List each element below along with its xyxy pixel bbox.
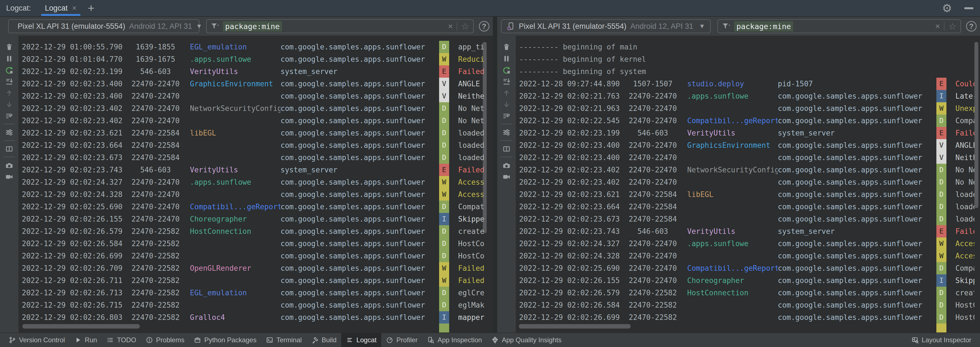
- log-row[interactable]: 2022-12-29 02:02:25.69022470-22470Compat…: [516, 262, 974, 274]
- log-row[interactable]: 2022-12-29 02:02:23.40022470-22470com.go…: [19, 90, 488, 102]
- log-row[interactable]: 2022-12-29 02:02:26.69922470-22582com.go…: [516, 311, 974, 323]
- scroll-to-end-icon[interactable]: [500, 76, 513, 87]
- log-row[interactable]: 2022-12-29 02:02:26.70922470-22582OpenGL…: [19, 262, 488, 274]
- restart-logcat-icon[interactable]: [500, 64, 513, 76]
- clear-filter-icon[interactable]: ×: [935, 22, 940, 30]
- log-row[interactable]: --------- beginning of kernel: [516, 53, 974, 65]
- log-row[interactable]: 2022-12-29 01:00:55.7901639-1855EGL_emul…: [19, 41, 488, 53]
- logcat-filter-input[interactable]: package:mine × ☆: [206, 19, 474, 33]
- log-row[interactable]: 2022-12-29 02:02:24.32722470-22470.apps.…: [516, 238, 974, 250]
- close-tab-icon[interactable]: ×: [72, 4, 76, 12]
- log-row[interactable]: 2022-12-29 02:02:26.15522470-22470Choreo…: [19, 213, 488, 225]
- statusbar-item-python-packages[interactable]: Python Packages: [189, 333, 261, 347]
- horizontal-scrollbar[interactable]: [519, 324, 631, 328]
- split-panels-icon[interactable]: [500, 143, 513, 155]
- statusbar-item-problems[interactable]: Problems: [141, 333, 189, 347]
- statusbar-item-run[interactable]: Run: [70, 333, 102, 347]
- log-row[interactable]: 2022-12-29 01:01:04.7701639-1675.apps.su…: [19, 53, 488, 65]
- logcat-settings-icon[interactable]: [3, 127, 16, 138]
- pause-logcat-icon[interactable]: [500, 53, 513, 64]
- statusbar-item-app-quality-insights[interactable]: App Quality Insights: [487, 333, 566, 347]
- log-row[interactable]: 2022-12-29 02:02:23.40022470-22470Graphi…: [19, 78, 488, 90]
- logcat-settings-icon[interactable]: [500, 127, 513, 138]
- screenshot-icon[interactable]: [500, 160, 513, 171]
- log-view[interactable]: --------- beginning of main--------- beg…: [516, 36, 980, 333]
- log-row[interactable]: 2022-12-29 02:02:23.67322470-22584com.go…: [19, 151, 488, 164]
- device-selector[interactable]: Pixel XL API 31 (emulator-5554) Android …: [8, 19, 199, 33]
- log-row[interactable]: 2022-12-29 02:02:23.199546-603VerityUtil…: [19, 65, 488, 78]
- statusbar-item-app-inspection[interactable]: App Inspection: [422, 333, 487, 347]
- favorite-filter-star-icon[interactable]: ☆: [461, 22, 469, 31]
- log-row[interactable]: 2022-12-29 02:02:26.58422470-22582com.go…: [516, 299, 974, 311]
- log-row[interactable]: 2022-12-28 09:27:44.8901507-1507studio.d…: [516, 78, 974, 90]
- previous-occurrence-icon[interactable]: [500, 87, 513, 98]
- log-view[interactable]: 2022-12-29 01:00:55.7901639-1855EGL_emul…: [19, 36, 493, 333]
- log-row[interactable]: 2022-12-29 02:02:23.40222470-22470com.go…: [19, 114, 488, 127]
- log-row[interactable]: 2022-12-29 02:02:21.96322470-22470com.go…: [516, 102, 974, 114]
- panel-divider[interactable]: [493, 17, 497, 333]
- clear-logcat-icon[interactable]: [3, 41, 16, 53]
- log-row[interactable]: 2022-12-29 02:02:23.62122470-22584libEGL…: [19, 127, 488, 139]
- log-row[interactable]: 2022-12-29 02:02:26.15522470-22470Choreo…: [516, 274, 974, 287]
- logcat-filter-input[interactable]: package:mine × ☆: [718, 19, 961, 33]
- log-row[interactable]: 2022-12-29 02:02:26.71122470-22582com.go…: [19, 274, 488, 287]
- log-row[interactable]: 2022-12-29 02:02:26.57922470-22582HostCo…: [19, 225, 488, 238]
- statusbar-item-logcat[interactable]: Logcat: [341, 333, 381, 347]
- log-row[interactable]: 2022-12-29 02:02:26.69922470-22582com.go…: [19, 250, 488, 262]
- hide-tool-window-icon[interactable]: [964, 7, 973, 9]
- log-row[interactable]: 2022-12-29 02:02:23.199546-603VerityUtil…: [516, 127, 974, 139]
- tab-logcat[interactable]: Logcat ×: [42, 0, 80, 16]
- statusbar-item-profiler[interactable]: Profiler: [381, 333, 422, 347]
- new-logcat-tab-button[interactable]: +: [88, 4, 94, 13]
- log-row[interactable]: 2022-12-29 02:02:26.57922470-22582HostCo…: [516, 287, 974, 299]
- split-panels-icon[interactable]: [3, 143, 16, 155]
- log-row[interactable]: 2022-12-29 02:02:25.69022470-22470Compat…: [19, 201, 488, 213]
- log-row[interactable]: 2022-12-29 02:02:23.40022470-22470Graphi…: [516, 139, 974, 151]
- statusbar-item-terminal[interactable]: Terminal: [261, 333, 307, 347]
- log-row[interactable]: 2022-12-29 02:02:24.32722470-22470.apps.…: [19, 176, 488, 188]
- statusbar-item-layout-inspector[interactable]: Layout Inspector: [907, 333, 976, 347]
- log-row[interactable]: 2022-12-29 02:02:24.32822470-22470com.go…: [19, 188, 488, 201]
- clear-filter-icon[interactable]: ×: [448, 22, 453, 30]
- help-icon[interactable]: ?: [479, 21, 490, 32]
- log-row[interactable]: 2022-12-29 02:02:24.32822470-22470com.go…: [516, 250, 974, 262]
- scroll-to-end-icon[interactable]: [3, 76, 16, 87]
- next-occurrence-icon[interactable]: [500, 98, 513, 110]
- soft-wrap-icon[interactable]: [500, 110, 513, 122]
- clear-logcat-icon[interactable]: [500, 41, 513, 53]
- screen-record-icon[interactable]: [500, 171, 513, 182]
- statusbar-item-build[interactable]: Build: [307, 333, 341, 347]
- log-row[interactable]: 2022-12-29 02:02:23.40222470-22470com.go…: [516, 176, 974, 188]
- log-row[interactable]: 2022-12-29 02:02:23.66422470-22584com.go…: [516, 201, 974, 213]
- log-row[interactable]: 2022-12-29 02:02:23.62122470-22584libEGL…: [516, 188, 974, 201]
- log-row[interactable]: 2022-12-29 02:02:22.54522470-22470Compat…: [516, 114, 974, 127]
- settings-gear-icon[interactable]: ⚙: [942, 3, 952, 14]
- log-row[interactable]: 2022-12-29 02:02:26.80322470-22582Grallo…: [19, 311, 488, 323]
- log-row[interactable]: 2022-12-29 02:02:23.66422470-22584com.go…: [19, 139, 488, 151]
- log-row[interactable]: 2022-12-29 02:02:23.743546-603VerityUtil…: [516, 225, 974, 238]
- soft-wrap-icon[interactable]: [3, 110, 16, 122]
- device-selector[interactable]: Pixel XL API 31 (emulator-5554) Android …: [501, 19, 711, 33]
- log-row[interactable]: 2022-12-29 02:02:26.71522470-22582com.go…: [19, 299, 488, 311]
- log-row[interactable]: --------- beginning of main: [516, 41, 974, 53]
- restart-logcat-icon[interactable]: [3, 64, 16, 76]
- help-icon[interactable]: ?: [966, 21, 977, 32]
- log-row[interactable]: 2022-12-29 02:02:21.76322470-22470.apps.…: [516, 90, 974, 102]
- log-row[interactable]: 2022-12-29 02:02:26.58422470-22582com.go…: [19, 238, 488, 250]
- previous-occurrence-icon[interactable]: [3, 87, 16, 98]
- log-row[interactable]: 2022-12-29 02:02:23.40222470-22470Networ…: [516, 164, 974, 176]
- screenshot-icon[interactable]: [3, 160, 16, 171]
- horizontal-scrollbar[interactable]: [22, 324, 140, 328]
- log-row[interactable]: --------- beginning of system: [516, 65, 974, 78]
- favorite-filter-star-icon[interactable]: ☆: [948, 22, 956, 31]
- log-row[interactable]: 2022-12-29 02:02:23.40222470-22470Networ…: [19, 102, 488, 114]
- next-occurrence-icon[interactable]: [3, 98, 16, 110]
- screen-record-icon[interactable]: [3, 171, 16, 182]
- vertical-scrollbar[interactable]: [483, 42, 487, 233]
- log-row[interactable]: 2022-12-29 02:02:23.67322470-22584com.go…: [516, 213, 974, 225]
- log-row[interactable]: 2022-12-29 02:02:23.40022470-22470com.go…: [516, 151, 974, 164]
- statusbar-item-todo[interactable]: TODO: [102, 333, 141, 347]
- vertical-scrollbar[interactable]: [974, 42, 978, 208]
- log-row[interactable]: 2022-12-29 02:02:23.743546-603VerityUtil…: [19, 164, 488, 176]
- pause-logcat-icon[interactable]: [3, 53, 16, 64]
